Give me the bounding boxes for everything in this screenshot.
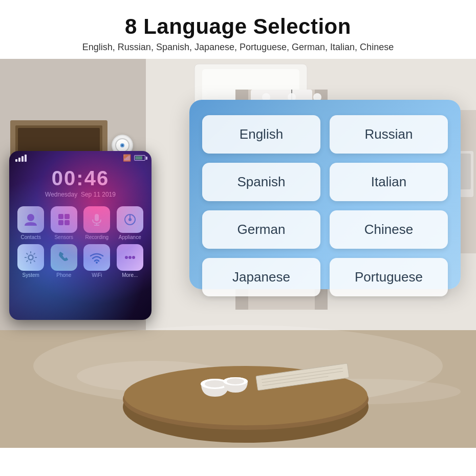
- svg-point-62: [29, 256, 32, 259]
- svg-rect-51: [58, 214, 63, 219]
- language-button-portuguese[interactable]: Portuguese: [330, 258, 448, 296]
- wall-sensor-inner: [115, 138, 129, 153]
- wifi-icon: [83, 244, 110, 271]
- device-panel: 📶 00:46 Wednesday Sep 11 2019: [9, 151, 152, 320]
- signal-bar-3: [21, 156, 24, 162]
- app-appliance[interactable]: Appliance: [116, 206, 145, 240]
- wifi-icon: 📶: [123, 154, 131, 162]
- recording-icon: [83, 206, 110, 233]
- svg-rect-55: [95, 214, 99, 221]
- signal-bars: [15, 155, 27, 162]
- svg-point-39: [205, 380, 225, 387]
- svg-point-66: [132, 256, 135, 259]
- room-background: 📶 00:46 Wednesday Sep 11 2019: [0, 59, 476, 448]
- app-wifi[interactable]: WiFi: [82, 244, 112, 278]
- svg-point-60: [128, 218, 132, 221]
- recording-label: Recording: [85, 234, 109, 240]
- contacts-label: Contacts: [21, 234, 41, 240]
- svg-point-65: [128, 256, 132, 259]
- app-more[interactable]: More...: [116, 244, 145, 278]
- app-contacts[interactable]: Contacts: [16, 206, 46, 240]
- svg-point-42: [227, 378, 244, 384]
- contacts-icon: [17, 206, 44, 233]
- header: 8 Language Selection English, Russian, S…: [0, 0, 476, 59]
- signal-bar-4: [25, 155, 27, 162]
- language-button-english[interactable]: English: [202, 115, 320, 154]
- more-icon: [117, 244, 143, 271]
- language-panel: English Russian Spanish Italian German C…: [189, 100, 461, 289]
- svg-point-63: [96, 262, 98, 264]
- signal-bar-2: [18, 158, 20, 162]
- language-button-chinese[interactable]: Chinese: [330, 210, 448, 249]
- sensors-label: Sensors: [54, 234, 73, 240]
- sensors-icon: [51, 206, 77, 233]
- app-phone[interactable]: Phone: [50, 244, 79, 278]
- signal-bar-1: [15, 159, 17, 162]
- appliance-label: Appliance: [119, 234, 141, 240]
- page-title: 8 Language Selection: [10, 14, 466, 39]
- svg-point-49: [121, 144, 123, 146]
- page-subtitle: English, Russian, Spanish, Japanese, Por…: [10, 42, 466, 53]
- phone-icon: [51, 244, 77, 271]
- language-button-russian[interactable]: Russian: [330, 115, 448, 154]
- phone-label: Phone: [56, 272, 71, 278]
- app-system[interactable]: System: [16, 244, 46, 278]
- language-button-german[interactable]: German: [202, 210, 320, 249]
- system-label: System: [23, 272, 39, 278]
- battery-icon: [134, 155, 145, 161]
- device-date: Wednesday Sep 11 2019: [9, 191, 152, 203]
- appliance-icon: [117, 206, 143, 233]
- language-button-japanese[interactable]: Japanese: [202, 258, 320, 296]
- more-label: More...: [122, 272, 138, 278]
- device-time: 00:46: [9, 163, 152, 191]
- language-button-spanish[interactable]: Spanish: [202, 163, 320, 201]
- app-recording[interactable]: Recording: [82, 206, 112, 240]
- status-bar: 📶: [9, 151, 152, 163]
- wifi-label: WiFi: [92, 272, 102, 278]
- svg-rect-52: [64, 214, 70, 219]
- app-sensors[interactable]: Sensors: [50, 206, 79, 240]
- svg-point-50: [27, 214, 34, 221]
- svg-point-64: [125, 256, 128, 259]
- svg-rect-53: [58, 220, 63, 225]
- system-icon: [17, 244, 44, 271]
- svg-rect-54: [64, 220, 70, 225]
- language-button-italian[interactable]: Italian: [330, 163, 448, 201]
- apps-grid: Contacts Sensors: [9, 203, 152, 281]
